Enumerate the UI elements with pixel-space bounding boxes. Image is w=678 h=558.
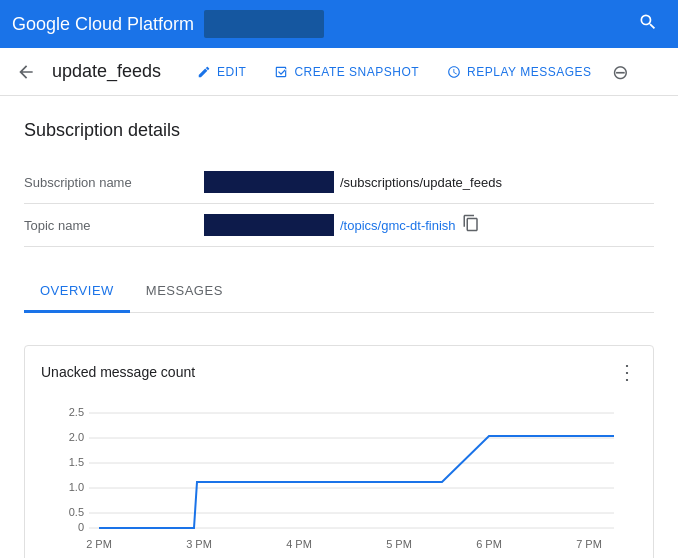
subscription-name-row: Subscription name /subscriptions/update_… (24, 161, 654, 204)
topic-link[interactable]: /topics/gmc-dt-finish (340, 218, 456, 233)
svg-text:3 PM: 3 PM (186, 538, 212, 550)
topbar-left: Google Cloud Platform (12, 10, 324, 38)
subscription-name-label: Subscription name (24, 161, 204, 204)
replay-messages-label: REPLAY MESSAGES (467, 65, 591, 79)
create-snapshot-label: CREATE SNAPSHOT (294, 65, 419, 79)
replay-messages-button[interactable]: REPLAY MESSAGES (435, 59, 603, 85)
topic-name-value: /topics/gmc-dt-finish (204, 204, 654, 246)
back-button[interactable] (16, 62, 36, 82)
topic-name-row: Topic name /topics/gmc-dt-finish (24, 204, 654, 247)
details-table: Subscription name /subscriptions/update_… (24, 161, 654, 247)
subscription-name-suffix: /subscriptions/update_feeds (340, 175, 502, 190)
header-actions: EDIT CREATE SNAPSHOT REPLAY MESSAGES ⊖ (185, 59, 632, 85)
app-title: Google Cloud Platform (12, 14, 194, 35)
svg-text:2 PM: 2 PM (86, 538, 112, 550)
svg-text:0: 0 (78, 521, 84, 533)
chart-title: Unacked message count (41, 364, 195, 380)
topbar: Google Cloud Platform (0, 0, 678, 48)
chart-section: Unacked message count ⋮ 2.5 2.0 1.5 1.0 … (0, 313, 678, 558)
chart-wrapper: 2.5 2.0 1.5 1.0 0.5 0 2 PM 3 PM 4 PM 5 P… (41, 398, 637, 558)
svg-text:1.0: 1.0 (69, 481, 84, 493)
chart-more-icon[interactable]: ⋮ (617, 362, 637, 382)
svg-text:2.5: 2.5 (69, 406, 84, 418)
chart-svg: 2.5 2.0 1.5 1.0 0.5 0 2 PM 3 PM 4 PM 5 P… (41, 398, 637, 558)
main-content: Subscription details Subscription name /… (0, 96, 678, 313)
tab-overview[interactable]: OVERVIEW (24, 271, 130, 313)
search-icon[interactable] (630, 4, 666, 45)
svg-text:5 PM: 5 PM (386, 538, 412, 550)
topic-redacted (204, 214, 334, 236)
subscription-name-value: /subscriptions/update_feeds (204, 161, 654, 203)
more-options-icon[interactable]: ⊖ (608, 60, 633, 84)
sub-header: update_feeds EDIT CREATE SNAPSHOT REPLAY… (0, 48, 678, 96)
topic-name-label: Topic name (24, 204, 204, 247)
chart-container: Unacked message count ⋮ 2.5 2.0 1.5 1.0 … (24, 345, 654, 558)
svg-text:4 PM: 4 PM (286, 538, 312, 550)
svg-text:1.5: 1.5 (69, 456, 84, 468)
edit-label: EDIT (217, 65, 246, 79)
chart-header: Unacked message count ⋮ (41, 362, 637, 382)
svg-text:2.0: 2.0 (69, 431, 84, 443)
tabs-container: OVERVIEW MESSAGES (24, 271, 654, 313)
copy-icon[interactable] (462, 214, 480, 236)
tab-messages[interactable]: MESSAGES (130, 271, 239, 313)
create-snapshot-button[interactable]: CREATE SNAPSHOT (262, 59, 431, 85)
subscription-redacted (204, 171, 334, 193)
svg-text:0.5: 0.5 (69, 506, 84, 518)
svg-text:7 PM: 7 PM (576, 538, 602, 550)
project-selector[interactable] (204, 10, 324, 38)
page-title: update_feeds (52, 61, 161, 82)
svg-text:6 PM: 6 PM (476, 538, 502, 550)
section-title: Subscription details (24, 120, 654, 141)
edit-button[interactable]: EDIT (185, 59, 258, 85)
